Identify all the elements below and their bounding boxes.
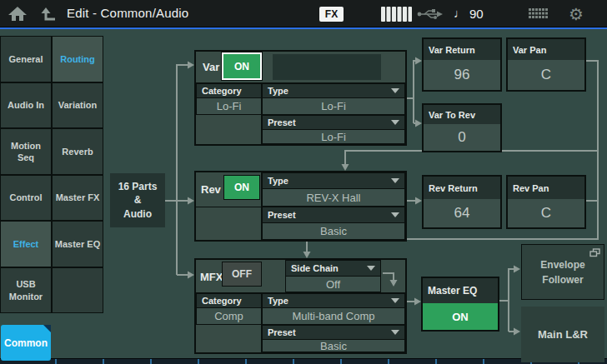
sidebar-item-label: Effect bbox=[13, 238, 39, 250]
sidebar-item-master-fx[interactable]: Master FX bbox=[52, 175, 103, 221]
rev-on-switch[interactable]: ON bbox=[223, 175, 260, 200]
source-line1: 16 Parts bbox=[118, 180, 158, 193]
reverb-effect-block: Rev ON Type REV-X Hall Preset Basic bbox=[194, 171, 407, 242]
sidebar-item-motion-seq[interactable]: Motion Seq bbox=[0, 128, 52, 175]
keyboard-strip bbox=[0, 358, 607, 364]
main-lr-output-box: Main L&R bbox=[521, 307, 604, 362]
var-empty-cell bbox=[196, 115, 262, 144]
var-on-switch[interactable]: ON bbox=[222, 52, 262, 80]
envelope-follower-button[interactable]: Envelope Follower bbox=[521, 244, 604, 300]
part-select-label: Common bbox=[4, 337, 48, 349]
sidebar-item-usb-monitor[interactable]: USB Monitor bbox=[0, 267, 52, 313]
source-line2: & bbox=[134, 193, 142, 207]
sidebar-item-master-eq[interactable]: Master EQ bbox=[52, 221, 103, 267]
rev-preset-header[interactable]: Preset bbox=[262, 207, 405, 223]
var-preset-value[interactable]: Lo-Fi bbox=[262, 130, 405, 144]
mfx-empty-cell bbox=[196, 325, 262, 352]
rev-type-value[interactable]: REV-X Hall bbox=[262, 189, 405, 207]
var-pan-value[interactable]: C bbox=[508, 60, 584, 90]
rev-preset-label: Preset bbox=[268, 210, 296, 220]
exit-up-icon[interactable] bbox=[39, 6, 58, 22]
var-type-label: Type bbox=[268, 86, 288, 96]
sidechain-elbow-arrow-icon bbox=[381, 260, 405, 292]
envelope-follower-line2: Follower bbox=[542, 272, 583, 287]
mfx-category-value[interactable]: Comp bbox=[196, 308, 262, 325]
accent-divider bbox=[0, 27, 607, 29]
rev-pan-label: Rev Pan bbox=[508, 177, 584, 199]
master-eq-label: Master EQ bbox=[423, 278, 498, 303]
mfx-type-label: Type bbox=[268, 296, 288, 306]
var-to-rev-label: Var To Rev bbox=[424, 105, 500, 124]
dropdown-arrow-icon bbox=[391, 178, 399, 183]
part-select-common-button[interactable]: Common bbox=[1, 325, 51, 361]
sidebar-item-control[interactable]: Control bbox=[0, 175, 52, 221]
sidebar-item-label: Motion Seq bbox=[3, 140, 49, 164]
mfx-category-label: Category bbox=[202, 296, 242, 306]
master-eq-on-switch[interactable]: ON bbox=[423, 303, 498, 330]
sidebar-item-label: Master FX bbox=[56, 192, 100, 203]
synth-edit-screen: Edit - Common/Audio FX ♩ 90 bbox=[0, 0, 607, 364]
rev-type-label: Type bbox=[268, 176, 288, 186]
tempo-value[interactable]: 90 bbox=[469, 7, 484, 21]
dropdown-arrow-icon bbox=[367, 266, 375, 271]
sidebar-item-routing[interactable]: Routing bbox=[52, 36, 103, 82]
var-return-value[interactable]: 96 bbox=[424, 60, 500, 90]
grid-menu-icon[interactable] bbox=[529, 8, 549, 18]
var-category-header: Category bbox=[196, 83, 262, 98]
variation-effect-block: Var ON Category Lo-Fi Type Lo-Fi Preset … bbox=[194, 50, 407, 146]
var-category-label: Category bbox=[202, 86, 242, 96]
var-label: Var bbox=[203, 61, 219, 73]
source-parts-audio-box: 16 Parts & Audio bbox=[110, 173, 165, 227]
var-preset-label: Preset bbox=[268, 117, 296, 127]
rev-return-value[interactable]: 64 bbox=[424, 199, 500, 227]
sidebar-item-label: General bbox=[9, 53, 43, 65]
mfx-sidechain-value[interactable]: Off bbox=[285, 277, 381, 292]
usb-icon[interactable] bbox=[417, 8, 443, 20]
mfx-preset-header[interactable]: Preset bbox=[262, 325, 405, 340]
sidebar-item-general[interactable]: General bbox=[0, 36, 52, 82]
sidebar-item-reverb[interactable]: Reverb bbox=[52, 128, 103, 175]
sidebar-item-audio-in[interactable]: Audio In bbox=[0, 82, 52, 128]
sidebar-item-effect[interactable]: Effect bbox=[0, 221, 52, 267]
var-pan-label: Var Pan bbox=[508, 39, 584, 60]
mfx-type-header[interactable]: Type bbox=[262, 293, 405, 308]
dropdown-arrow-icon bbox=[391, 298, 399, 303]
mfx-type-value[interactable]: Multi-band Comp bbox=[262, 308, 405, 325]
corner-notch bbox=[43, 325, 51, 332]
sidebar-item-empty bbox=[52, 267, 103, 313]
var-return-box[interactable]: Var Return 96 bbox=[422, 37, 502, 92]
mfx-off-switch[interactable]: OFF bbox=[222, 262, 262, 287]
sidebar-item-variation[interactable]: Variation bbox=[52, 82, 103, 128]
mfx-preset-value[interactable]: Basic bbox=[262, 340, 405, 352]
rev-return-label: Rev Return bbox=[424, 177, 500, 199]
rev-header-cell: Rev ON bbox=[196, 172, 262, 207]
var-type-value[interactable]: Lo-Fi bbox=[262, 98, 405, 115]
var-pan-box[interactable]: Var Pan C bbox=[506, 37, 586, 92]
rev-pan-box[interactable]: Rev Pan C bbox=[506, 175, 586, 229]
var-type-header[interactable]: Type bbox=[262, 83, 405, 98]
home-icon[interactable] bbox=[8, 6, 28, 22]
var-category-value[interactable]: Lo-Fi bbox=[196, 98, 262, 115]
mfx-sidechain-header[interactable]: Side Chain bbox=[285, 260, 381, 277]
master-eq-box[interactable]: Master EQ ON bbox=[421, 277, 499, 332]
mfx-category-header: Category bbox=[196, 293, 262, 308]
sidebar-item-label: Reverb bbox=[62, 146, 93, 157]
rev-return-box[interactable]: Rev Return 64 bbox=[422, 175, 502, 229]
dropdown-arrow-icon bbox=[391, 88, 399, 93]
var-to-rev-value[interactable]: 0 bbox=[424, 124, 500, 151]
master-fx-block: MFX OFF Side Chain Off Category Comp Typ… bbox=[194, 258, 407, 354]
rev-pan-value[interactable]: C bbox=[508, 199, 584, 227]
keyboard-icon[interactable] bbox=[381, 7, 412, 22]
mfx-header-row: MFX OFF Side Chain Off bbox=[196, 260, 405, 293]
var-to-rev-box[interactable]: Var To Rev 0 bbox=[422, 103, 502, 152]
gear-icon[interactable]: ⚙ bbox=[569, 4, 584, 24]
rev-preset-value[interactable]: Basic bbox=[262, 223, 405, 240]
var-return-label: Var Return bbox=[424, 39, 500, 60]
quarter-note-icon[interactable]: ♩ bbox=[454, 6, 466, 20]
source-line3: Audio bbox=[123, 207, 152, 221]
sidebar-item-label: USB Monitor bbox=[3, 278, 49, 302]
fx-indicator[interactable]: FX bbox=[319, 7, 344, 22]
main-lr-label: Main L&R bbox=[538, 328, 588, 341]
rev-type-header[interactable]: Type bbox=[262, 172, 405, 189]
var-preset-header[interactable]: Preset bbox=[262, 115, 405, 130]
